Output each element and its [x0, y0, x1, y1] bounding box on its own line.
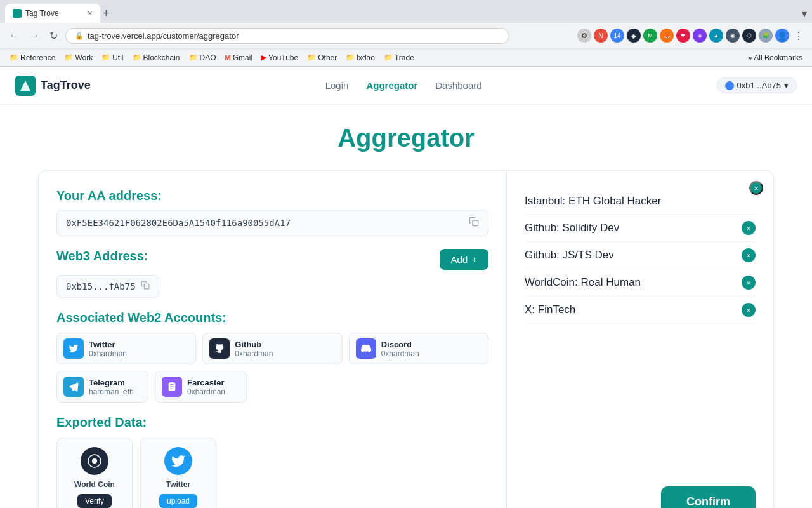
ext-icon-9[interactable]: ▲ — [709, 29, 723, 43]
tag-text-1: Github: Solidity Dev — [525, 222, 619, 234]
tag-remove-2[interactable]: × — [742, 248, 756, 262]
tab-bar: Tag Trove × + ▾ — [0, 0, 812, 23]
nav-dashboard[interactable]: Dashboard — [435, 80, 481, 91]
tag-text-0: Istanbul: ETH Global Hacker — [525, 195, 661, 208]
bookmark-blockchain-label: Blockchain — [143, 53, 180, 62]
discord-platform: Discord — [381, 340, 419, 349]
youtube-icon: ▶ — [261, 53, 266, 62]
discord-handle: 0xhardman — [381, 349, 419, 358]
user-profile-icon[interactable]: 👤 — [775, 29, 789, 43]
twitter-handle: 0xhardman — [89, 349, 127, 358]
ext-icon-11[interactable]: ⬡ — [742, 29, 756, 43]
tag-remove-1[interactable]: × — [742, 221, 756, 235]
svg-rect-1 — [473, 220, 478, 226]
exported-section: Exported Data: World Coin Verify — [56, 415, 488, 508]
nav-right: 0xb1...Ab75 ▾ — [717, 77, 797, 93]
ext-icon-5[interactable]: M — [643, 29, 657, 43]
new-tab-btn[interactable]: + — [103, 7, 110, 20]
exported-grid: World Coin Verify Twitter upload — [56, 438, 488, 508]
close-panel-btn[interactable]: × — [749, 181, 763, 195]
folder-icon: 📁 — [133, 53, 141, 62]
app: TagTrove Login Aggregator Dashboard 0xb1… — [0, 67, 812, 508]
github-icon — [209, 338, 230, 359]
ext-icon-7[interactable]: ❤ — [676, 29, 690, 43]
bookmark-work[interactable]: 📁 Work — [61, 52, 96, 64]
tab-bar-dropdown[interactable]: ▾ — [802, 8, 807, 20]
farcaster-info: Farcaster 0xhardman — [187, 378, 225, 396]
farcaster-icon — [162, 377, 182, 397]
account-github: Github 0xhardman — [202, 333, 342, 364]
bookmark-youtube[interactable]: ▶ YouTube — [258, 52, 301, 64]
confirm-btn[interactable]: Confirm — [661, 486, 756, 508]
all-bookmarks-btn[interactable]: » All Bookmarks — [745, 52, 806, 64]
verify-btn[interactable]: Verify — [77, 494, 112, 508]
web3-label: Web3 Address: — [56, 249, 148, 264]
nav-aggregator[interactable]: Aggregator — [366, 80, 417, 91]
browser-chrome: Tag Trove × + ▾ ← → ↻ 🔒 tag-trove.vercel… — [0, 0, 812, 67]
export-twitter: Twitter upload — [140, 438, 216, 508]
logo-icon — [15, 76, 36, 96]
folder-icon: 📁 — [384, 53, 393, 62]
ext-icon-2[interactable]: N — [594, 29, 608, 43]
wallet-badge[interactable]: 0xb1...Ab75 ▾ — [717, 77, 797, 93]
active-tab[interactable]: Tag Trove × — [5, 4, 100, 23]
web3-address-text: 0xb15...fAb75 — [66, 281, 136, 291]
aa-address-text: 0xF5EE34621F062802E6Da5A1540f116a90055dA… — [66, 218, 291, 228]
ext-icon-puzzle[interactable]: 🧩 — [759, 29, 773, 43]
account-farcaster: Farcaster 0xhardman — [155, 371, 247, 403]
twitter-export-icon — [164, 447, 192, 475]
web3-address-display: 0xb15...fAb75 — [56, 275, 159, 298]
forward-btn[interactable]: → — [27, 29, 42, 43]
web3-copy-btn[interactable] — [141, 281, 150, 292]
twitter-export-name: Twitter — [166, 480, 190, 489]
web2-section: Associated Web2 Accounts: Twitter 0xhard… — [56, 311, 488, 403]
reload-btn[interactable]: ↻ — [47, 29, 60, 43]
ext-icon-1[interactable]: ⚙ — [577, 29, 591, 43]
ext-icon-3[interactable]: 14 — [610, 29, 624, 43]
tab-close-btn[interactable]: × — [88, 8, 93, 18]
nav-links: Login Aggregator Dashboard — [325, 80, 482, 91]
bookmark-util[interactable]: 📁 Util — [98, 52, 126, 64]
aggregator-container: Your AA address: 0xF5EE34621F062802E6Da5… — [38, 170, 774, 508]
telegram-platform: Telegram — [89, 378, 134, 387]
wallet-dot-icon — [725, 81, 734, 90]
twitter-platform: Twitter — [89, 340, 127, 349]
right-panel: × Istanbul: ETH Global Hacker Github: So… — [507, 171, 773, 508]
bookmark-other[interactable]: 📁 Other — [304, 52, 340, 64]
add-btn[interactable]: Add + — [440, 249, 488, 270]
ext-icon-8[interactable]: ◈ — [693, 29, 707, 43]
tag-remove-3[interactable]: × — [742, 276, 756, 290]
upload-btn[interactable]: upload — [159, 494, 197, 508]
add-btn-label: Add — [451, 254, 468, 265]
bookmark-reference[interactable]: 📁 Reference — [6, 52, 58, 64]
all-bookmarks-label: » All Bookmarks — [748, 53, 802, 62]
ext-icon-10[interactable]: ◉ — [726, 29, 740, 43]
web3-section-header: Web3 Address: Add + — [56, 249, 488, 270]
telegram-handle: hardman_eth — [89, 387, 134, 396]
bookmark-reference-label: Reference — [20, 53, 55, 62]
bookmark-lxdao[interactable]: 📁 lxdao — [343, 52, 378, 64]
accounts-grid: Twitter 0xhardman Github 0xhardman — [56, 333, 488, 364]
tag-item-0: Istanbul: ETH Global Hacker — [525, 189, 756, 215]
tag-remove-4[interactable]: × — [742, 303, 756, 317]
url-text: tag-trove.vercel.app/customer/aggregator — [88, 31, 239, 41]
bookmark-youtube-label: YouTube — [268, 53, 298, 62]
tag-item-1: Github: Solidity Dev × — [525, 215, 756, 242]
browser-menu-btn[interactable]: ⋮ — [792, 29, 806, 43]
wallet-chevron-icon: ▾ — [784, 81, 789, 90]
web2-label: Associated Web2 Accounts: — [56, 311, 488, 325]
wallet-address-display: 0xb1...Ab75 — [737, 81, 781, 90]
bookmark-gmail[interactable]: M Gmail — [222, 52, 256, 64]
back-btn[interactable]: ← — [6, 29, 22, 43]
ext-icon-6[interactable]: 🦊 — [660, 29, 674, 43]
folder-icon: 📁 — [64, 53, 73, 62]
bookmark-blockchain[interactable]: 📁 Blockchain — [129, 52, 183, 64]
main-content: Aggregator Your AA address: 0xF5EE34621F… — [0, 105, 812, 508]
aa-copy-btn[interactable] — [469, 217, 479, 229]
nav-login[interactable]: Login — [325, 80, 349, 91]
twitter-info: Twitter 0xhardman — [89, 340, 127, 358]
bookmark-trade[interactable]: 📁 Trade — [381, 52, 417, 64]
bookmark-dao[interactable]: 📁 DAO — [186, 52, 219, 64]
address-bar[interactable]: 🔒 tag-trove.vercel.app/customer/aggregat… — [65, 28, 509, 44]
ext-icon-4[interactable]: ◆ — [627, 29, 641, 43]
